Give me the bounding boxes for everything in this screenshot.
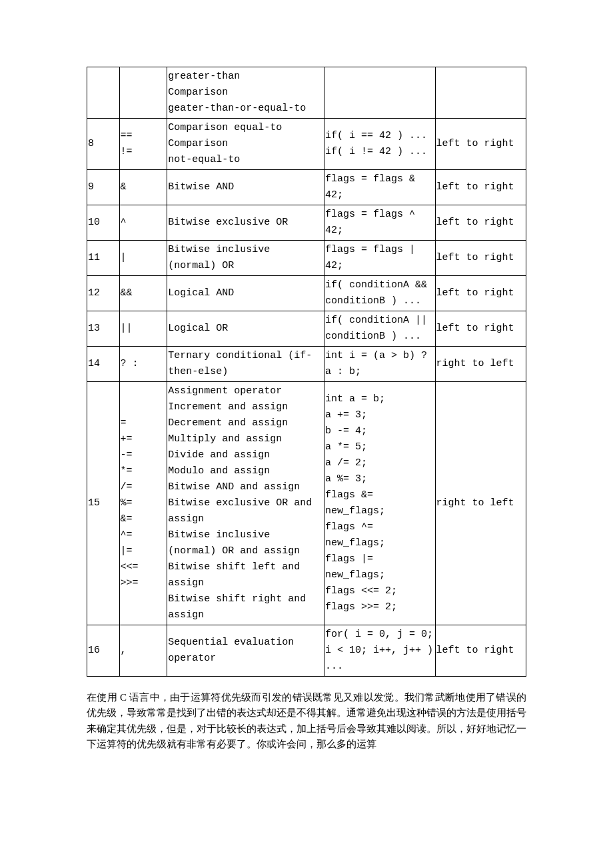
cell-associativity: left to right xyxy=(435,311,526,347)
table-row: greater-than Comparison geater-than-or-e… xyxy=(87,67,526,119)
cell-example: int a = b; a += 3; b -= 4; a *= 5; a /= … xyxy=(324,382,435,625)
cell-example: flags = flags & 42; xyxy=(324,170,435,205)
cell-associativity: left to right xyxy=(435,241,526,276)
cell-description: Ternary conditional (if-then-else) xyxy=(167,347,324,382)
cell-associativity: right to left xyxy=(435,347,526,382)
operator-precedence-table: greater-than Comparison geater-than-or-e… xyxy=(87,67,526,677)
table-row: 13 || Logical OR if( conditionA || condi… xyxy=(87,311,526,347)
cell-level: 16 xyxy=(87,625,120,677)
cell-operator: && xyxy=(119,276,167,311)
table-row: 15 = += -= *= /= %= &= ^= |= <<= >>= Ass… xyxy=(87,382,526,625)
cell-description: Comparison equal-to Comparison not-equal… xyxy=(167,119,324,170)
table-row: 9 & Bitwise AND flags = flags & 42; left… xyxy=(87,170,526,205)
cell-associativity: left to right xyxy=(435,170,526,205)
table-row: 10 ^ Bitwise exclusive OR flags = flags … xyxy=(87,205,526,241)
cell-operator: == != xyxy=(119,119,167,170)
table-body: greater-than Comparison geater-than-or-e… xyxy=(87,67,526,677)
cell-example: flags = flags | 42; xyxy=(324,241,435,276)
cell-associativity: left to right xyxy=(435,625,526,677)
cell-level: 8 xyxy=(87,119,120,170)
cell-level: 12 xyxy=(87,276,120,311)
cell-description: Assignment operator Increment and assign… xyxy=(167,382,324,625)
cell-description: greater-than Comparison geater-than-or-e… xyxy=(167,67,324,119)
body-paragraph: 在使用 C 语言中，由于运算符优先级而引发的错误既常见又难以发觉。我们常武断地使… xyxy=(87,690,526,752)
cell-description: Logical OR xyxy=(167,311,324,347)
cell-operator xyxy=(119,67,167,119)
cell-operator: | xyxy=(119,241,167,276)
cell-level: 11 xyxy=(87,241,120,276)
cell-description: Bitwise inclusive (normal) OR xyxy=(167,241,324,276)
table-row: 8 == != Comparison equal-to Comparison n… xyxy=(87,119,526,170)
table-row: 11 | Bitwise inclusive (normal) OR flags… xyxy=(87,241,526,276)
cell-description: Bitwise exclusive OR xyxy=(167,205,324,241)
cell-operator: = += -= *= /= %= &= ^= |= <<= >>= xyxy=(119,382,167,625)
cell-description: Bitwise AND xyxy=(167,170,324,205)
table-row: 16 , Sequential evaluation operator for(… xyxy=(87,625,526,677)
cell-operator: ^ xyxy=(119,205,167,241)
cell-example: if( i == 42 ) ... if( i != 42 ) ... xyxy=(324,119,435,170)
cell-level xyxy=(87,67,120,119)
cell-example: int i = (a > b) ? a : b; xyxy=(324,347,435,382)
cell-example: flags = flags ^ 42; xyxy=(324,205,435,241)
cell-level: 10 xyxy=(87,205,120,241)
document-page: greater-than Comparison geater-than-or-e… xyxy=(0,0,613,802)
cell-associativity: left to right xyxy=(435,205,526,241)
cell-associativity: right to left xyxy=(435,382,526,625)
cell-level: 14 xyxy=(87,347,120,382)
cell-associativity: left to right xyxy=(435,276,526,311)
table-row: 14 ? : Ternary conditional (if-then-else… xyxy=(87,347,526,382)
cell-operator: & xyxy=(119,170,167,205)
cell-example: if( conditionA && conditionB ) ... xyxy=(324,276,435,311)
cell-description: Sequential evaluation operator xyxy=(167,625,324,677)
cell-associativity: left to right xyxy=(435,119,526,170)
cell-level: 9 xyxy=(87,170,120,205)
cell-description: Logical AND xyxy=(167,276,324,311)
cell-example xyxy=(324,67,435,119)
table-row: 12 && Logical AND if( conditionA && cond… xyxy=(87,276,526,311)
cell-example: for( i = 0, j = 0; i < 10; i++, j++ ) ..… xyxy=(324,625,435,677)
cell-level: 13 xyxy=(87,311,120,347)
cell-associativity xyxy=(435,67,526,119)
cell-operator: || xyxy=(119,311,167,347)
cell-operator: , xyxy=(119,625,167,677)
cell-example: if( conditionA || conditionB ) ... xyxy=(324,311,435,347)
cell-operator: ? : xyxy=(119,347,167,382)
cell-level: 15 xyxy=(87,382,120,625)
